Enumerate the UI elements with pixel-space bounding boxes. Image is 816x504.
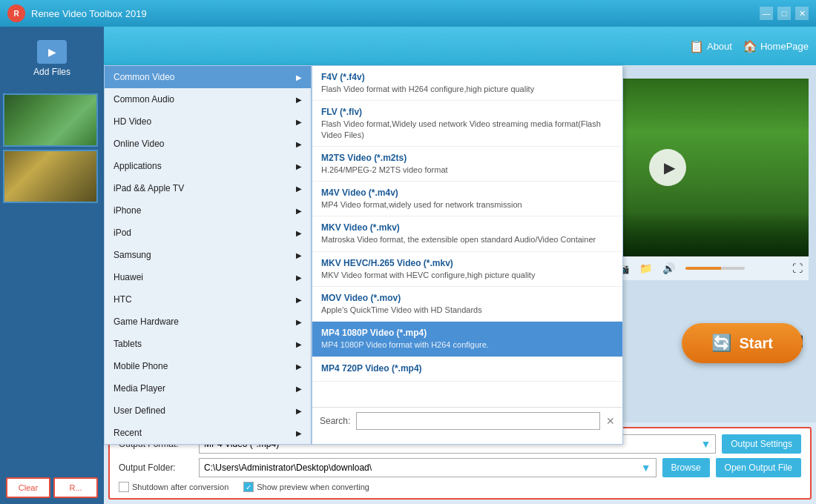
folder-button[interactable]: 📁	[636, 261, 655, 276]
shutdown-checkbox-item[interactable]: Shutdown after conversion	[119, 482, 228, 492]
menu-arrow-icon: ▶	[296, 229, 302, 237]
output-folder-row: Output Folder: C:\Users\Administrator\De…	[119, 458, 801, 477]
format-item-mp4-1080p[interactable]: MP4 1080P Video (*.mp4) MP4 1080P Video …	[312, 322, 622, 357]
menu-item-mobile-phone[interactable]: Mobile Phone ▶	[105, 355, 311, 377]
start-label: Start	[739, 335, 773, 352]
play-button-overlay[interactable]	[649, 149, 686, 186]
menu-item-ipod[interactable]: iPod ▶	[105, 222, 311, 244]
nav-right: 📋 About 🏠 HomePage	[689, 39, 809, 53]
about-nav-item[interactable]: 📋 About	[689, 39, 732, 53]
format-item-m4v[interactable]: M4V Video (*.m4v) MP4 Video format,widel…	[312, 182, 622, 216]
preview-checkbox[interactable]: ✓	[243, 482, 254, 492]
menu-item-applications[interactable]: Applications ▶	[105, 155, 311, 177]
menu-item-samsung[interactable]: Samsung ▶	[105, 244, 311, 266]
fullscreen-button[interactable]: ⛶	[792, 262, 803, 274]
menu-item-label: Media Player	[113, 383, 165, 394]
menu-item-common-audio[interactable]: Common Audio ▶	[105, 88, 311, 110]
menu-arrow-icon: ▶	[296, 96, 302, 104]
format-item-mov[interactable]: MOV Video (*.mov) Apple's QuickTime Vide…	[312, 287, 622, 322]
checkbox-row: Shutdown after conversion ✓ Show preview…	[119, 482, 801, 492]
menu-arrow-icon: ▶	[296, 118, 302, 126]
menu-item-htc[interactable]: HTC ▶	[105, 288, 311, 311]
clear-button[interactable]: Clear	[6, 477, 50, 498]
menu-arrow-icon: ▶	[296, 340, 302, 348]
about-icon: 📋	[689, 39, 704, 53]
minimize-button[interactable]: —	[760, 7, 773, 20]
thumbnail-item[interactable]	[3, 93, 98, 147]
format-item-mp4-720p[interactable]: MP4 720P Video (*.mp4)	[312, 357, 622, 382]
menu-arrow-icon: ▶	[296, 362, 302, 371]
menu-item-label: iPhone	[113, 205, 141, 216]
format-desc: MKV Video format with HEVC configure,hig…	[321, 270, 613, 280]
close-button[interactable]: ✕	[795, 7, 809, 20]
open-output-button[interactable]: Open Output File	[716, 458, 801, 477]
format-desc: Matroska Video format, the extensible op…	[321, 234, 613, 245]
thumbnail-item[interactable]	[3, 150, 98, 203]
app-logo: R	[7, 4, 25, 22]
format-name: MKV HEVC/H.265 Video (*.mkv)	[321, 258, 613, 268]
menu-item-label: iPad && Apple TV	[113, 183, 184, 193]
menu-item-iphone[interactable]: iPhone ▶	[105, 199, 311, 222]
format-desc: Flash Video format,Widely used network V…	[321, 119, 613, 140]
menu-arrow-icon: ▶	[296, 318, 302, 326]
preview-checkbox-item[interactable]: ✓ Show preview when converting	[243, 482, 369, 492]
output-folder-select[interactable]: C:\Users\Administrator\Desktop\download\…	[199, 458, 657, 477]
main-container: Add Files Clear R... 📋 About	[0, 27, 816, 504]
start-button[interactable]: 🔄 Start	[682, 323, 803, 363]
format-desc: Apple's QuickTime Video with HD Standard…	[321, 305, 613, 315]
search-input[interactable]	[356, 412, 600, 430]
format-item-mkv-hevc[interactable]: MKV HEVC/H.265 Video (*.mkv) MKV Video f…	[312, 252, 622, 287]
menu-item-user-defined[interactable]: User Defined ▶	[105, 399, 311, 422]
volume-slider[interactable]	[685, 267, 745, 270]
menu-item-label: Recent	[113, 428, 142, 438]
menu-item-hd-video[interactable]: HD Video ▶	[105, 110, 311, 133]
add-files-icon	[37, 40, 67, 64]
add-files-button[interactable]: Add Files	[0, 34, 104, 83]
output-folder-label: Output Folder:	[119, 462, 193, 473]
maximize-button[interactable]: □	[777, 7, 791, 20]
menu-item-ipad-apple-tv[interactable]: iPad && Apple TV ▶	[105, 177, 311, 199]
remove-button[interactable]: R...	[53, 477, 98, 498]
menu-arrow-icon: ▶	[296, 429, 302, 437]
window-controls[interactable]: — □ ✕	[760, 7, 809, 20]
menu-arrow-icon: ▶	[296, 185, 302, 193]
menu-item-label: User Defined	[113, 405, 165, 416]
dropdown-arrow-icon: ▼	[700, 438, 711, 450]
thumbnail-list	[0, 90, 104, 471]
menu-arrow-icon: ▶	[296, 407, 302, 415]
menu-arrow-icon: ▶	[296, 251, 302, 259]
start-button-wrap: 🔄 Start	[682, 323, 803, 363]
volume-button[interactable]: 🔊	[659, 261, 678, 276]
homepage-nav-item[interactable]: 🏠 HomePage	[743, 39, 809, 53]
format-name: FLV (*.flv)	[321, 107, 613, 117]
menu-item-tablets[interactable]: Tablets ▶	[105, 333, 311, 355]
menu-item-common-video[interactable]: Common Video ▶	[105, 66, 311, 88]
format-name: MOV Video (*.mov)	[321, 293, 613, 303]
menu-item-label: HD Video	[113, 116, 151, 127]
format-desc: Flash Video format with H264 configure,h…	[321, 84, 613, 94]
menu-item-media-player[interactable]: Media Player ▶	[105, 377, 311, 399]
format-desc: MP4 Video format,widely used for network…	[321, 199, 613, 210]
search-clear-icon[interactable]: ✕	[606, 415, 615, 427]
format-item-m2ts[interactable]: M2TS Video (*.m2ts) H.264/MPEG-2 M2TS vi…	[312, 147, 622, 182]
add-files-label: Add Files	[33, 67, 70, 77]
output-folder-value: C:\Users\Administrator\Desktop\download\	[204, 462, 372, 473]
shutdown-checkbox[interactable]	[119, 482, 129, 492]
format-item-f4v[interactable]: F4V (*.f4v) Flash Video format with H264…	[312, 66, 622, 101]
titlebar: R Renee Video Toolbox 2019 — □ ✕	[0, 0, 816, 27]
homepage-label: HomePage	[760, 41, 809, 52]
format-item-flv[interactable]: FLV (*.flv) Flash Video format,Widely us…	[312, 101, 622, 147]
menu-item-game-hardware[interactable]: Game Hardware ▶	[105, 311, 311, 333]
browse-button[interactable]: Browse	[662, 458, 710, 477]
thumbnail-image	[4, 151, 96, 202]
output-settings-button[interactable]: Output Settings	[722, 434, 801, 454]
search-label: Search:	[320, 416, 350, 426]
menu-item-huawei[interactable]: Huawei ▶	[105, 266, 311, 288]
menu-item-online-video[interactable]: Online Video ▶	[105, 133, 311, 155]
search-row: Search: ✕	[312, 407, 622, 434]
start-icon: 🔄	[711, 334, 731, 353]
menu-item-recent[interactable]: Recent ▶	[105, 422, 311, 444]
app-title: Renee Video Toolbox 2019	[31, 8, 760, 19]
shutdown-label: Shutdown after conversion	[132, 483, 228, 491]
format-item-mkv[interactable]: MKV Video (*.mkv) Matroska Video format,…	[312, 216, 622, 251]
